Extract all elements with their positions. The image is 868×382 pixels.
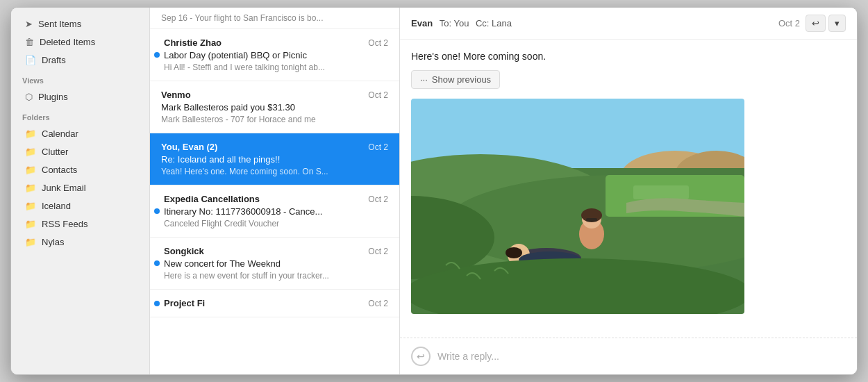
- deleted-items-icon: 🗑: [25, 37, 34, 47]
- views-section-label: Views: [11, 69, 149, 88]
- show-previous-label: Show previous: [432, 74, 491, 85]
- plugins-icon: ⬡: [25, 92, 33, 102]
- sent-items-icon: ➤: [25, 19, 33, 29]
- sidebar-item-clutter[interactable]: 📁 Clutter: [14, 143, 147, 160]
- more-actions-button[interactable]: ▾: [828, 15, 846, 32]
- nylas-icon: 📁: [25, 237, 36, 247]
- detail-cc: Cc: Lana: [476, 18, 512, 28]
- list-item[interactable]: Expedia Cancellations Oct 2 Itinerary No…: [150, 185, 399, 238]
- junk-email-icon: 📁: [25, 183, 36, 193]
- sidebar-item-label: Deleted Items: [40, 37, 95, 47]
- show-previous-button[interactable]: ··· Show previous: [411, 70, 500, 89]
- app-window: ➤ Sent Items 🗑 Deleted Items 📄 Drafts Vi…: [10, 7, 858, 375]
- sidebar-item-deleted-items[interactable]: 🗑 Deleted Items: [14, 33, 147, 51]
- email-preview: Here is a new event for stuff in your tr…: [164, 271, 388, 281]
- email-sender: Project Fi: [164, 298, 205, 308]
- sidebar-item-drafts[interactable]: 📄 Drafts: [14, 51, 147, 69]
- calendar-icon: 📁: [25, 128, 36, 139]
- svg-rect-12: [586, 218, 597, 222]
- drafts-icon: 📄: [25, 55, 36, 65]
- email-subject: New concert for The Weeknd: [164, 258, 388, 269]
- sidebar-item-label: Drafts: [42, 55, 66, 65]
- reply-placeholder[interactable]: Write a reply...: [437, 351, 499, 362]
- email-subject: Labor Day (potential) BBQ or Picnic: [164, 50, 388, 60]
- email-sender: Christie Zhao: [164, 38, 222, 48]
- unread-indicator: [154, 260, 160, 266]
- ellipsis-icon: ···: [420, 74, 428, 85]
- list-item[interactable]: Sep 16 - Your flight to San Francisco is…: [150, 8, 399, 29]
- unread-indicator: [154, 208, 160, 214]
- sidebar-item-label: Nylas: [42, 237, 65, 247]
- list-item[interactable]: Project Fi Oct 2: [150, 290, 399, 317]
- sidebar-item-label: Calendar: [42, 128, 78, 139]
- email-date: Oct 2: [368, 194, 388, 204]
- sidebar-item-label: Junk Email: [42, 183, 86, 193]
- email-image: [411, 99, 744, 314]
- sidebar-item-junk-email[interactable]: 📁 Junk Email: [14, 179, 147, 197]
- email-list: Sep 16 - Your flight to San Francisco is…: [150, 8, 400, 374]
- sidebar-item-label: Clutter: [42, 147, 68, 157]
- sidebar-item-label: Iceland: [42, 201, 71, 211]
- detail-sender: Evan: [411, 18, 433, 28]
- rss-feeds-icon: 📁: [25, 219, 36, 229]
- email-date: Oct 2: [368, 247, 388, 256]
- email-sender: Venmo: [161, 90, 191, 100]
- detail-meta: Evan To: You Cc: Lana: [411, 18, 512, 28]
- sidebar-item-contacts[interactable]: 📁 Contacts: [14, 161, 147, 178]
- email-preview: Mark Ballesteros - 707 for Horace and me: [161, 115, 388, 124]
- detail-to: To: You: [440, 18, 469, 28]
- sidebar-item-label: Contacts: [42, 165, 77, 175]
- reply-button[interactable]: ↩: [806, 15, 826, 32]
- reply-bar[interactable]: ↩ Write a reply...: [400, 338, 857, 374]
- sidebar-item-sent-items[interactable]: ➤ Sent Items: [14, 15, 147, 33]
- email-subject: Mark Ballesteros paid you $31.30: [161, 102, 388, 113]
- sidebar-item-nylas[interactable]: 📁 Nylas: [14, 233, 147, 251]
- reply-compose-icon: ↩: [411, 347, 431, 366]
- sidebar-item-label: Sent Items: [38, 19, 81, 29]
- list-item[interactable]: Christie Zhao Oct 2 Labor Day (potential…: [150, 29, 399, 81]
- clutter-icon: 📁: [25, 147, 36, 157]
- list-item[interactable]: You, Evan (2) Oct 2 Re: Iceland and all …: [150, 133, 399, 185]
- iceland-icon: 📁: [25, 201, 36, 211]
- email-date: Oct 2: [368, 38, 388, 48]
- email-preview: Yeah! Here's one. More coming soon. On S…: [161, 167, 388, 176]
- email-preview: Hi All! - Steffi and I were talking toni…: [164, 63, 388, 72]
- email-preview: Canceled Flight Credit Voucher: [164, 219, 388, 229]
- sidebar: ➤ Sent Items 🗑 Deleted Items 📄 Drafts Vi…: [11, 8, 150, 374]
- sidebar-item-rss-feeds[interactable]: 📁 RSS Feeds: [14, 215, 147, 233]
- email-detail: Evan To: You Cc: Lana Oct 2 ↩ ▾ Here's o…: [400, 8, 857, 374]
- detail-body: Here's one! More coming soon. ··· Show p…: [400, 40, 857, 338]
- unread-indicator: [154, 52, 160, 58]
- svg-rect-8: [633, 185, 689, 199]
- email-body-text: Here's one! More coming soon.: [411, 51, 846, 62]
- email-date: Oct 2: [368, 299, 388, 308]
- detail-header: Evan To: You Cc: Lana Oct 2 ↩ ▾: [400, 8, 857, 40]
- sidebar-item-label: Plugins: [38, 92, 68, 102]
- contacts-icon: 📁: [25, 165, 36, 175]
- list-item[interactable]: Songkick Oct 2 New concert for The Weekn…: [150, 238, 399, 290]
- email-subject: Itinerary No: 1117736000918 - Cance...: [164, 206, 388, 217]
- sidebar-item-iceland[interactable]: 📁 Iceland: [14, 197, 147, 215]
- unread-indicator: [154, 301, 160, 306]
- email-sender: You, Evan (2): [161, 142, 217, 152]
- svg-point-15: [506, 247, 522, 258]
- list-item[interactable]: Venmo Oct 2 Mark Ballesteros paid you $3…: [150, 81, 399, 133]
- sidebar-item-calendar[interactable]: 📁 Calendar: [14, 125, 147, 142]
- dropdown-icon: ▾: [835, 18, 840, 28]
- email-date: Oct 2: [368, 90, 388, 100]
- email-sender: Songkick: [164, 246, 204, 256]
- sidebar-item-plugins[interactable]: ⬡ Plugins: [14, 88, 147, 106]
- detail-actions: ↩ ▾: [806, 15, 846, 32]
- email-sender: Expedia Cancellations: [164, 194, 260, 204]
- detail-date: Oct 2: [778, 18, 800, 28]
- email-date: Oct 2: [368, 142, 388, 152]
- reply-icon: ↩: [812, 18, 819, 28]
- email-preview: Sep 16 - Your flight to San Francisco is…: [161, 13, 388, 23]
- email-subject: Re: Iceland and all the pings!!: [161, 154, 388, 165]
- folders-section-label: Folders: [11, 106, 149, 124]
- sidebar-item-label: RSS Feeds: [42, 219, 87, 229]
